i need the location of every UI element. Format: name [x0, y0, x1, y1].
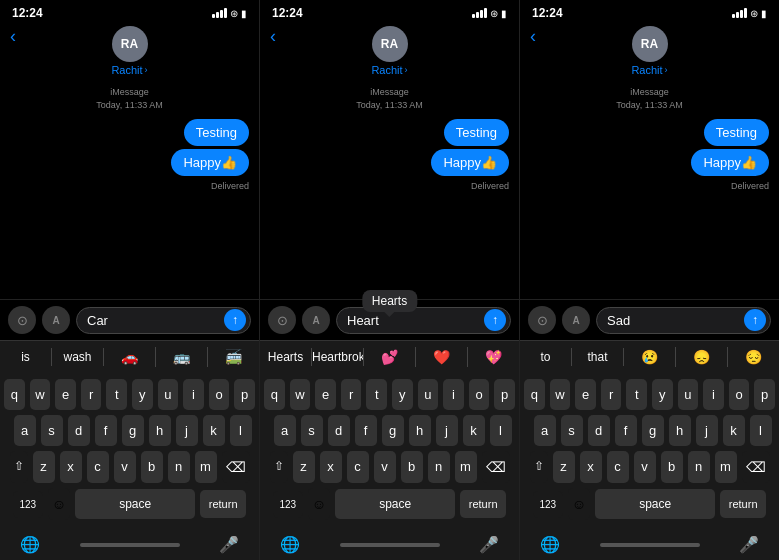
key-o[interactable]: o: [209, 379, 230, 410]
autocomplete-item-1[interactable]: Heartbroken: [312, 348, 364, 366]
key-g[interactable]: g: [382, 415, 404, 446]
autocomplete-item-0[interactable]: Hearts: [260, 348, 312, 366]
key-g[interactable]: g: [642, 415, 664, 446]
globe-icon[interactable]: 🌐: [280, 535, 300, 554]
app-store-button[interactable]: A: [302, 306, 330, 334]
autocomplete-item-1[interactable]: that: [572, 348, 624, 366]
autocomplete-item-4[interactable]: 🚎: [208, 347, 259, 367]
delete-key[interactable]: ⌫: [742, 451, 770, 483]
key-c[interactable]: c: [607, 451, 629, 483]
key-o[interactable]: o: [469, 379, 490, 410]
key-g[interactable]: g: [122, 415, 144, 446]
return-key[interactable]: return: [720, 490, 766, 518]
numbers-key[interactable]: 123: [533, 491, 563, 518]
camera-button[interactable]: ⊙: [8, 306, 36, 334]
autocomplete-item-2[interactable]: 😢: [624, 347, 676, 367]
return-key[interactable]: return: [460, 490, 506, 518]
key-b[interactable]: b: [661, 451, 683, 483]
key-b[interactable]: b: [141, 451, 163, 483]
back-button[interactable]: ‹: [270, 26, 276, 47]
back-button[interactable]: ‹: [530, 26, 536, 47]
autocomplete-item-3[interactable]: 🚌: [156, 347, 208, 367]
key-r[interactable]: r: [601, 379, 622, 410]
app-store-button[interactable]: A: [42, 306, 70, 334]
key-x[interactable]: x: [580, 451, 602, 483]
key-n[interactable]: n: [428, 451, 450, 483]
key-b[interactable]: b: [401, 451, 423, 483]
contact-name[interactable]: Rachit ›: [111, 64, 147, 76]
key-t[interactable]: t: [366, 379, 387, 410]
numbers-key[interactable]: 123: [273, 491, 303, 518]
key-x[interactable]: x: [320, 451, 342, 483]
emoji-key[interactable]: ☺: [48, 488, 70, 520]
key-m[interactable]: m: [455, 451, 477, 483]
key-s[interactable]: s: [41, 415, 63, 446]
key-e[interactable]: e: [55, 379, 76, 410]
autocomplete-item-2[interactable]: 🚗: [104, 347, 156, 367]
key-z[interactable]: z: [33, 451, 55, 483]
autocomplete-item-4[interactable]: 💖: [468, 347, 519, 367]
key-u[interactable]: u: [678, 379, 699, 410]
key-w[interactable]: w: [30, 379, 51, 410]
key-y[interactable]: y: [652, 379, 673, 410]
emoji-key[interactable]: ☺: [308, 488, 330, 520]
key-v[interactable]: v: [374, 451, 396, 483]
key-t[interactable]: t: [106, 379, 127, 410]
key-f[interactable]: f: [355, 415, 377, 446]
key-d[interactable]: d: [328, 415, 350, 446]
key-h[interactable]: h: [669, 415, 691, 446]
key-p[interactable]: p: [234, 379, 255, 410]
key-n[interactable]: n: [168, 451, 190, 483]
key-w[interactable]: w: [290, 379, 311, 410]
autocomplete-item-0[interactable]: to: [520, 348, 572, 366]
space-key[interactable]: space: [335, 489, 455, 519]
autocomplete-item-1[interactable]: wash: [52, 348, 104, 366]
autocomplete-item-3[interactable]: ❤️: [416, 347, 468, 367]
key-l[interactable]: l: [750, 415, 772, 446]
shift-key[interactable]: ⇧: [270, 451, 288, 483]
key-u[interactable]: u: [158, 379, 179, 410]
key-a[interactable]: a: [534, 415, 556, 446]
key-i[interactable]: i: [183, 379, 204, 410]
key-m[interactable]: m: [715, 451, 737, 483]
contact-name[interactable]: Rachit ›: [631, 64, 667, 76]
key-p[interactable]: p: [494, 379, 515, 410]
microphone-icon[interactable]: 🎤: [479, 535, 499, 554]
key-a[interactable]: a: [14, 415, 36, 446]
autocomplete-item-3[interactable]: 😞: [676, 347, 728, 367]
key-h[interactable]: h: [149, 415, 171, 446]
delete-key[interactable]: ⌫: [222, 451, 250, 483]
key-i[interactable]: i: [703, 379, 724, 410]
space-key[interactable]: space: [75, 489, 195, 519]
space-key[interactable]: space: [595, 489, 715, 519]
key-z[interactable]: z: [293, 451, 315, 483]
send-button[interactable]: ↑: [744, 309, 766, 331]
key-p[interactable]: p: [754, 379, 775, 410]
autocomplete-item-4[interactable]: 😔: [728, 347, 779, 367]
microphone-icon[interactable]: 🎤: [739, 535, 759, 554]
key-x[interactable]: x: [60, 451, 82, 483]
contact-name[interactable]: Rachit ›: [371, 64, 407, 76]
key-f[interactable]: f: [95, 415, 117, 446]
key-t[interactable]: t: [626, 379, 647, 410]
app-store-button[interactable]: A: [562, 306, 590, 334]
key-h[interactable]: h: [409, 415, 431, 446]
key-d[interactable]: d: [68, 415, 90, 446]
key-s[interactable]: s: [561, 415, 583, 446]
emoji-key[interactable]: ☺: [568, 488, 590, 520]
autocomplete-item-0[interactable]: is: [0, 348, 52, 366]
key-d[interactable]: d: [588, 415, 610, 446]
key-k[interactable]: k: [723, 415, 745, 446]
key-y[interactable]: y: [132, 379, 153, 410]
autocomplete-item-2[interactable]: 💕: [364, 347, 416, 367]
key-q[interactable]: q: [264, 379, 285, 410]
key-r[interactable]: r: [81, 379, 102, 410]
delete-key[interactable]: ⌫: [482, 451, 510, 483]
key-l[interactable]: l: [230, 415, 252, 446]
key-c[interactable]: c: [347, 451, 369, 483]
key-w[interactable]: w: [550, 379, 571, 410]
shift-key[interactable]: ⇧: [10, 451, 28, 483]
key-e[interactable]: e: [575, 379, 596, 410]
key-i[interactable]: i: [443, 379, 464, 410]
key-j[interactable]: j: [176, 415, 198, 446]
